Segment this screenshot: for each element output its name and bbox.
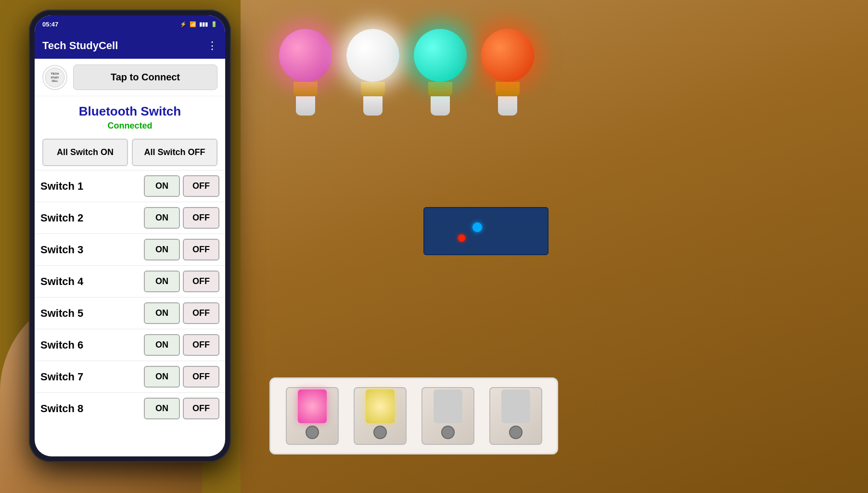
bulb-pink-container (279, 29, 332, 116)
switch-row-2: Switch 2ONOFF (35, 202, 225, 234)
app-bar: Tech StudyCell ⋮ (35, 33, 225, 59)
switch-5-on-button[interactable]: ON (144, 302, 180, 324)
bulb-orange-container (481, 29, 534, 116)
switch-board (269, 377, 558, 454)
switch-8-off-button[interactable]: OFF (183, 398, 219, 419)
status-icons: ⚡ 📶 ▮▮▮ 🔋 (180, 21, 217, 27)
toggle-light-3 (434, 389, 462, 423)
switch-toggle-1 (286, 387, 339, 445)
switch-6-on-button[interactable]: ON (144, 334, 180, 356)
switch-1-label: Switch 1 (40, 180, 144, 193)
battery-icon: 🔋 (211, 21, 217, 27)
switch-3-label: Switch 3 (40, 244, 144, 256)
switch-7-on-button[interactable]: ON (144, 366, 180, 388)
switch-toggle-4 (489, 387, 542, 445)
switch-8-label: Switch 8 (40, 402, 144, 415)
bulbs-area (279, 29, 534, 116)
switch-5-label: Switch 5 (40, 307, 144, 320)
status-bar: 05:47 ⚡ 📶 ▮▮▮ 🔋 (35, 15, 225, 33)
switch-6-label: Switch 6 (40, 339, 144, 351)
switch-5-off-button[interactable]: OFF (183, 302, 219, 324)
switch-4-off-button[interactable]: OFF (183, 271, 219, 292)
switch-row-7: Switch 7ONOFF (35, 361, 225, 392)
bluetooth-icon: ⚡ (180, 21, 187, 27)
bulb-socket-cyan (431, 96, 450, 116)
esp-led-red (458, 234, 465, 242)
toggle-circle-4 (509, 426, 523, 439)
bulb-pink (279, 29, 332, 82)
switch-list: Switch 1ONOFFSwitch 2ONOFFSwitch 3ONOFFS… (35, 170, 225, 424)
toggle-circle-2 (373, 426, 387, 439)
switch-row-3: Switch 3ONOFF (35, 234, 225, 265)
all-switch-on-button[interactable]: All Switch ON (42, 139, 128, 166)
tap-to-connect-button[interactable]: Tap to Connect (73, 65, 217, 90)
toggle-circle-3 (441, 426, 455, 439)
bulb-base-cyan (428, 82, 452, 96)
bulb-cyan-container (414, 29, 467, 116)
all-switch-row: All Switch ON All Switch OFF (40, 139, 219, 166)
switch-4-label: Switch 4 (40, 275, 144, 288)
app-logo: TECH STUDY CELL (42, 65, 67, 90)
toggle-circle-1 (306, 426, 319, 439)
bulb-socket-orange (498, 96, 517, 116)
bulb-socket-pink (296, 96, 315, 116)
esp-led-blue (472, 222, 482, 232)
bulb-white-container (346, 29, 399, 116)
switch-1-on-button[interactable]: ON (144, 175, 180, 197)
connected-status: Connected (40, 121, 219, 131)
phone-wrapper: 05:47 ⚡ 📶 ▮▮▮ 🔋 Tech StudyCell ⋮ (29, 10, 241, 472)
menu-dots-button[interactable]: ⋮ (207, 39, 217, 52)
switch-toggle-2 (354, 387, 407, 445)
svg-text:STUDY: STUDY (51, 76, 60, 79)
switch-row-6: Switch 6ONOFF (35, 329, 225, 361)
switch-2-on-button[interactable]: ON (144, 207, 180, 229)
toggle-light-4 (501, 389, 530, 423)
switch-1-off-button[interactable]: OFF (183, 175, 219, 197)
switch-row-1: Switch 1ONOFF (35, 170, 225, 202)
app-title: Tech StudyCell (42, 39, 118, 52)
switch-toggle-3 (421, 387, 474, 445)
connect-section: TECH STUDY CELL Tap to Connect (35, 59, 225, 96)
wifi-icon: 📶 (190, 21, 196, 27)
bulb-base-white (361, 82, 385, 96)
esp-board (423, 207, 549, 255)
bluetooth-title: Bluetooth Switch (40, 104, 219, 119)
switch-2-off-button[interactable]: OFF (183, 207, 219, 229)
switch-4-on-button[interactable]: ON (144, 271, 180, 292)
bulb-socket-white (363, 96, 383, 116)
switch-8-on-button[interactable]: ON (144, 398, 180, 419)
switch-row-4: Switch 4ONOFF (35, 265, 225, 297)
bulb-cyan (414, 29, 467, 82)
switch-6-off-button[interactable]: OFF (183, 334, 219, 356)
bulb-white (346, 29, 399, 82)
toggle-light-1 (298, 389, 327, 423)
switch-2-label: Switch 2 (40, 212, 144, 224)
toggle-light-2 (366, 389, 395, 423)
switch-3-on-button[interactable]: ON (144, 239, 180, 260)
switch-row-5: Switch 5ONOFF (35, 297, 225, 329)
screen-content: TECH STUDY CELL Tap to Connect Bluetooth… (35, 59, 225, 456)
svg-text:TECH: TECH (51, 72, 59, 75)
switch-3-off-button[interactable]: OFF (183, 239, 219, 260)
bulb-orange (481, 29, 534, 82)
switch-7-label: Switch 7 (40, 371, 144, 383)
phone-body: 05:47 ⚡ 📶 ▮▮▮ 🔋 Tech StudyCell ⋮ (29, 10, 231, 462)
svg-text:CELL: CELL (51, 79, 58, 82)
bulb-base-orange (496, 82, 520, 96)
all-switch-off-button[interactable]: All Switch OFF (132, 139, 217, 166)
switch-row-8: Switch 8ONOFF (35, 392, 225, 424)
bulb-base-pink (294, 82, 318, 96)
signal-icon: ▮▮▮ (199, 21, 208, 27)
bluetooth-section: Bluetooth Switch Connected (35, 96, 225, 135)
phone-screen: 05:47 ⚡ 📶 ▮▮▮ 🔋 Tech StudyCell ⋮ (35, 15, 225, 456)
status-time: 05:47 (42, 21, 58, 28)
switch-7-off-button[interactable]: OFF (183, 366, 219, 388)
